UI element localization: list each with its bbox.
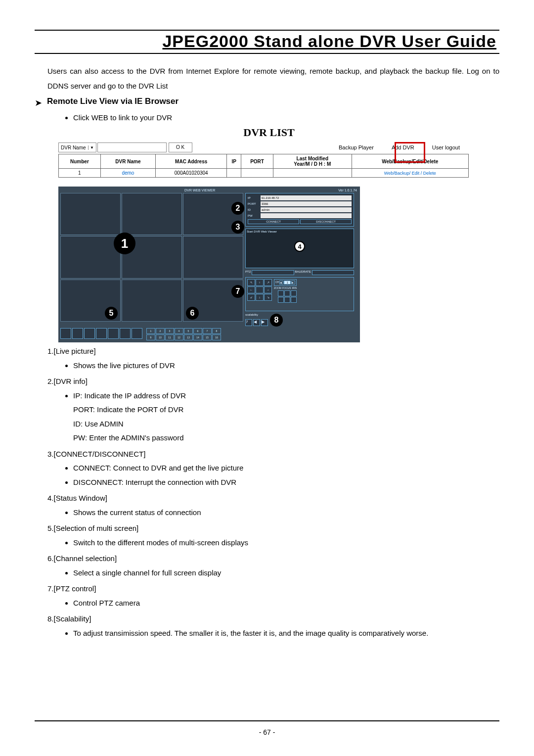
callout-1: 1 <box>114 233 135 254</box>
doc-title: JPEG2000 Stand alone DVR User Guide <box>35 32 499 51</box>
backup-player-link[interactable]: Backup Player <box>339 144 374 150</box>
item-heading: 8.[Scalability] <box>47 612 499 626</box>
port-field[interactable]: 3366 <box>261 201 352 206</box>
item-bullet: Shows the live pictures of DVR <box>73 359 499 373</box>
callout-5: 5 <box>105 307 118 320</box>
item-bullet: Shows the current status of connection <box>73 506 499 520</box>
intro-text: Users can also access to the DVR from In… <box>47 64 499 94</box>
disconnect-button[interactable]: DISCONNECT <box>300 219 352 224</box>
channel-buttons[interactable]: 12345678 910111213141516 <box>146 328 221 340</box>
th-dvrname: DVR Name <box>100 154 155 169</box>
ip-field[interactable]: 61.219.48.72 <box>261 195 352 200</box>
item-heading: 2.[DVR info] <box>47 375 499 389</box>
zoom-focus-iris[interactable] <box>278 290 297 309</box>
th-number: Number <box>59 154 101 169</box>
th-action: Web/Backup/Edit/Delete <box>352 154 468 169</box>
td-ip <box>227 169 241 178</box>
ms-16[interactable] <box>132 328 142 339</box>
dvr-name-dropdown[interactable]: DVR Name ▼ <box>58 142 96 152</box>
title-bar: JPEG2000 Stand alone DVR User Guide <box>35 30 499 54</box>
add-dvr-link[interactable]: Add DVR <box>392 144 414 150</box>
item-subline: PW: Enter the ADMIN's password <box>73 431 499 445</box>
td-mac: 000A01020304 <box>156 169 227 178</box>
ms-6[interactable] <box>84 328 95 339</box>
callout-6: 6 <box>186 307 199 320</box>
ptz-select[interactable] <box>252 270 294 275</box>
td-num: 1 <box>59 169 101 178</box>
baud-select[interactable] <box>312 270 354 275</box>
footer-rule <box>35 720 499 721</box>
dvr-list-figure: DVR LIST DVR Name ▼ O K Backup Player Ad… <box>58 126 499 342</box>
ptz-pad[interactable]: ↖↑↗ ←→ ↙↓↘ <box>247 279 272 309</box>
ms-9[interactable] <box>108 328 119 339</box>
callout-8: 8 <box>270 314 283 327</box>
item-heading: 6.[Channel selection] <box>47 552 499 566</box>
callout-3: 3 <box>231 221 244 234</box>
td-mod <box>273 169 352 178</box>
ms-8[interactable] <box>96 328 107 339</box>
item-heading: 3.[CONNECT/DISCONNECT] <box>47 447 499 462</box>
connect-button[interactable]: CONNECT <box>248 219 299 224</box>
item-heading: 1.[Live picture] <box>47 344 499 359</box>
item-bullet: IP: Indicate the IP address of DVR <box>73 389 499 403</box>
chevron-down-icon: ▼ <box>88 145 96 150</box>
item-heading: 4.[Status Window] <box>47 491 499 506</box>
user-logout-link[interactable]: User logout <box>432 144 460 150</box>
item-subline: PORT: Indicate the PORT of DVR <box>73 403 499 417</box>
td-action[interactable]: Web/Backup/ Edit / Delete <box>352 169 468 178</box>
item-bullet: Select a single channel for full screen … <box>73 566 499 580</box>
arrow-icon: ➤ <box>35 97 42 108</box>
ms-4[interactable] <box>72 328 83 339</box>
item-bullet: To adjust transimission speed. The small… <box>73 626 499 641</box>
ms-13[interactable] <box>120 328 131 339</box>
item-bullet: DISCONNECT: Interrupt the connection wit… <box>73 475 499 490</box>
section-heading: Remote Live View via IE Browser <box>47 96 178 106</box>
ok-button[interactable]: O K <box>169 142 192 152</box>
ms-1[interactable] <box>60 328 71 339</box>
fig-title: DVR LIST <box>39 126 499 139</box>
live-grid <box>60 193 243 322</box>
th-mac: MAC Address <box>156 154 227 169</box>
bullet-click-web: Click WEB to link to your DVR <box>73 110 499 125</box>
dvr-table: Number DVR Name MAC Address IP PORT Last… <box>58 154 469 178</box>
web-viewer-screenshot: DVR WEB VIEWER Ver 1.0.1.74 1 5 6 IP61.2… <box>58 187 360 342</box>
item-heading: 5.[Selection of multi screen] <box>47 521 499 536</box>
td-port <box>241 169 273 178</box>
dvr-info-panel: IP61.219.48.72 PORT3366 IDadmin PW CONNE… <box>245 193 354 227</box>
td-name[interactable]: demo <box>100 169 155 178</box>
callout-7: 7 <box>231 285 244 298</box>
item-heading: 7.[PTZ control] <box>47 582 499 596</box>
search-input[interactable] <box>97 142 167 152</box>
page-number: - 67 - <box>0 728 534 736</box>
id-field[interactable]: admin <box>261 207 352 212</box>
item-bullet: Switch to the different modes of multi-s… <box>73 536 499 550</box>
item-subline: ID: Use ADMIN <box>73 417 499 431</box>
pw-field[interactable] <box>261 213 352 218</box>
th-ip: IP <box>227 154 241 169</box>
scalability-control[interactable]: 7◀▶ <box>245 319 354 326</box>
item-bullet: CONNECT: Connect to DVR and get the live… <box>73 461 499 475</box>
callout-4: 4 <box>294 241 305 252</box>
item-bullet: Control PTZ camera <box>73 596 499 611</box>
callout-2: 2 <box>231 202 244 215</box>
status-window: Start DVR Web Viewer 4 <box>245 229 354 268</box>
th-port: PORT <box>241 154 273 169</box>
ptz-panel: ↖↑↗ ←→ ↙↓↘ CH◀1▶ ZOOMFOCUSIRIS <box>245 277 354 311</box>
th-mod: Last Modified Year/M / D H : M <box>273 154 352 169</box>
